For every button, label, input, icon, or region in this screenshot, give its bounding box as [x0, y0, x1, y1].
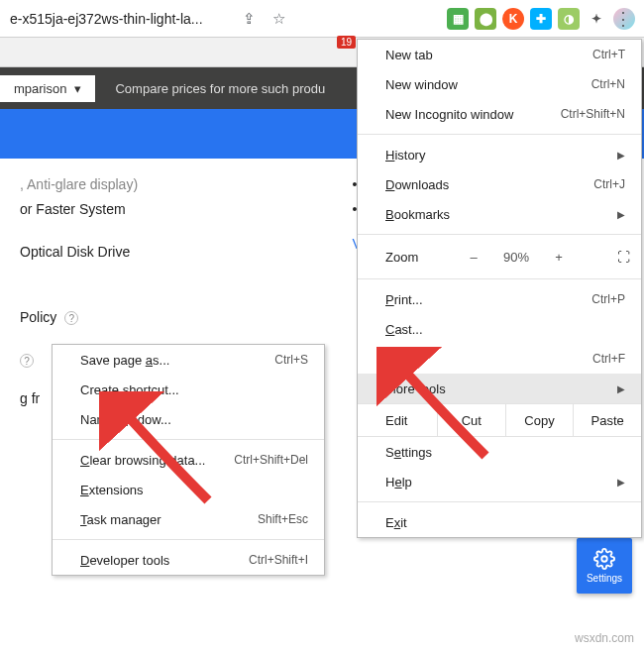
settings-fab-label: Settings [587, 573, 622, 584]
chrome-main-menu: New tabCtrl+T New windowCtrl+N New Incog… [357, 39, 642, 538]
menu-new-tab[interactable]: New tabCtrl+T [358, 40, 641, 69]
chevron-right-icon: ▶ [617, 477, 625, 488]
zoom-out-button[interactable]: – [461, 250, 486, 265]
sub-clear-browsing-data[interactable]: Clear browsing data...Ctrl+Shift+Del [53, 445, 324, 475]
edit-label: Edit [358, 413, 437, 428]
sub-task-manager[interactable]: Task managerShift+Esc [53, 504, 324, 534]
menu-new-window[interactable]: New windowCtrl+N [358, 69, 641, 99]
info-icon[interactable]: ? [64, 311, 78, 325]
menu-exit[interactable]: Exit [358, 507, 641, 537]
menu-history[interactable]: History▶ [358, 140, 641, 169]
policy-line: Policy ? [20, 305, 353, 330]
more-tools-submenu: Save page as...Ctrl+S Create shortcut...… [52, 344, 325, 576]
comparison-button[interactable]: mparison ▾ [0, 75, 95, 102]
spec-line-2: or Faster System [20, 197, 353, 222]
menu-bookmarks[interactable]: Bookmarks▶ [358, 199, 641, 229]
spec-line-3: Optical Disk Drive [20, 240, 353, 265]
ext-icon-1[interactable]: ▦ [447, 8, 469, 30]
share-icon[interactable]: ⇪ [237, 7, 261, 31]
chevron-right-icon: ▶ [617, 383, 625, 394]
edit-cut[interactable]: Cut [437, 404, 505, 436]
menu-downloads[interactable]: DownloadsCtrl+J [358, 169, 641, 199]
comparison-label: mparison [14, 81, 66, 96]
ext-icon-4[interactable]: ✚ [530, 8, 552, 30]
menu-zoom-row: Zoom – 90% + ⛶ [358, 240, 641, 273]
menu-print[interactable]: Print...Ctrl+P [358, 284, 641, 314]
sub-create-shortcut[interactable]: Create shortcut... [53, 375, 324, 404]
watermark: wsxdn.com [575, 631, 634, 645]
menu-more-tools[interactable]: More tools▶ [358, 374, 641, 403]
separator [53, 539, 324, 540]
ext-icon-5[interactable]: ◑ [558, 8, 580, 30]
fullscreen-icon[interactable]: ⛶ [617, 250, 629, 265]
spec-line-1: , Anti-glare display) [20, 172, 353, 197]
sub-extensions[interactable]: Extensions [53, 475, 324, 504]
ext-icon-3[interactable]: K [502, 8, 524, 30]
sub-name-window[interactable]: Name window... [53, 404, 324, 434]
separator [358, 234, 641, 235]
menu-new-incognito[interactable]: New Incognito windowCtrl+Shift+N [358, 99, 641, 129]
menu-cast[interactable]: Cast... [358, 314, 641, 344]
edit-paste[interactable]: Paste [573, 404, 641, 436]
menu-find[interactable]: Find...Ctrl+F [358, 344, 641, 374]
separator [358, 134, 641, 135]
compare-text: Compare prices for more such produ [115, 81, 325, 96]
settings-fab[interactable]: Settings [577, 538, 632, 594]
zoom-label: Zoom [385, 250, 451, 265]
separator [53, 439, 324, 440]
chevron-right-icon: ▶ [617, 209, 625, 220]
separator [358, 501, 641, 502]
gear-icon [593, 548, 615, 570]
zoom-value: 90% [496, 250, 536, 265]
edit-copy[interactable]: Copy [505, 404, 574, 436]
zoom-in-button[interactable]: + [546, 250, 572, 265]
menu-help[interactable]: Help▶ [358, 467, 641, 496]
notif-badge: 19 [337, 36, 356, 49]
chevron-right-icon: ▶ [617, 150, 625, 161]
sub-save-page-as[interactable]: Save page as...Ctrl+S [53, 345, 324, 375]
svg-point-0 [601, 556, 607, 562]
browser-toolbar: e-x515ja-ej372ws-thin-light-la... ⇪ ☆ ▦ … [0, 0, 644, 38]
menu-settings[interactable]: Settings [358, 437, 641, 467]
sub-developer-tools[interactable]: Developer toolsCtrl+Shift+I [53, 545, 324, 575]
separator [358, 278, 641, 279]
menu-edit-row: Edit Cut Copy Paste [358, 403, 641, 437]
kebab-menu-icon[interactable]: ⋮ [608, 4, 638, 34]
puzzle-icon[interactable]: ✦ [586, 8, 607, 30]
chevron-down-icon: ▾ [74, 81, 81, 96]
star-icon[interactable]: ☆ [267, 7, 290, 31]
ext-icon-2[interactable]: ⬤ [475, 8, 496, 30]
omnibox-url[interactable]: e-x515ja-ej372ws-thin-light-la... [6, 11, 234, 27]
